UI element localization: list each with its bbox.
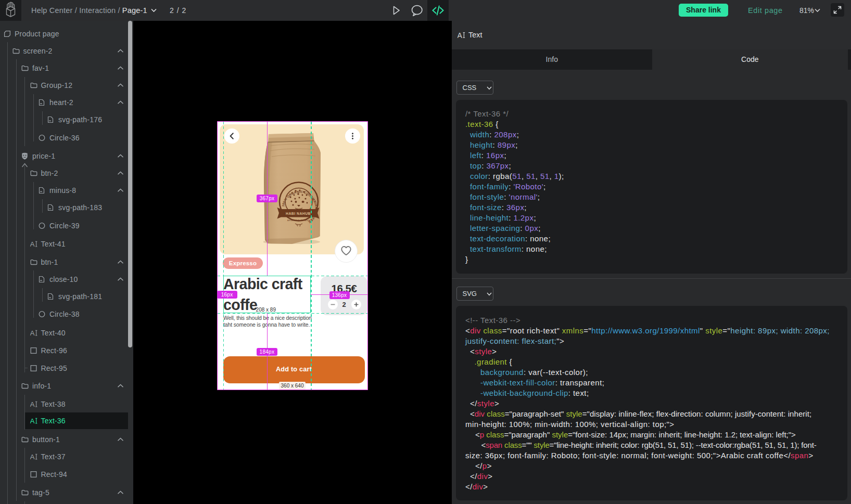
svg-text:A: A	[30, 240, 35, 248]
svg-text:A: A	[30, 400, 35, 408]
svg-text:HABI NAHUB: HABI NAHUB	[286, 212, 311, 215]
svg-text:A: A	[30, 329, 35, 337]
svg-text:ARABICA BEANS: ARABICA BEANS	[287, 219, 310, 222]
svg-text:A: A	[458, 31, 463, 39]
svg-text:A: A	[30, 417, 35, 424]
svg-text:A: A	[30, 453, 35, 460]
